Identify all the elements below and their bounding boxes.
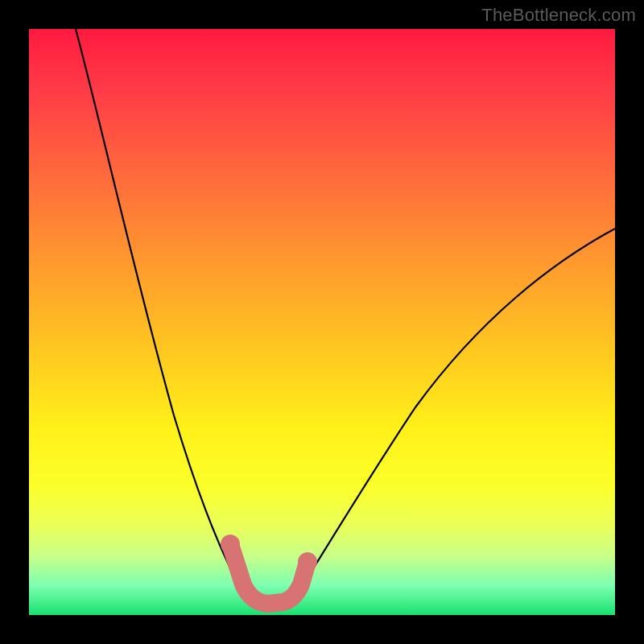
left-branch-curve	[76, 29, 248, 597]
highlight-marker	[230, 544, 308, 604]
chart-frame: TheBottleneck.com	[0, 0, 644, 644]
marker-dot-left	[221, 535, 240, 554]
right-branch-curve	[296, 229, 615, 596]
curve-layer	[29, 29, 615, 615]
watermark-text: TheBottleneck.com	[481, 5, 636, 26]
marker-dot-right	[298, 552, 317, 572]
plot-area	[29, 29, 615, 615]
